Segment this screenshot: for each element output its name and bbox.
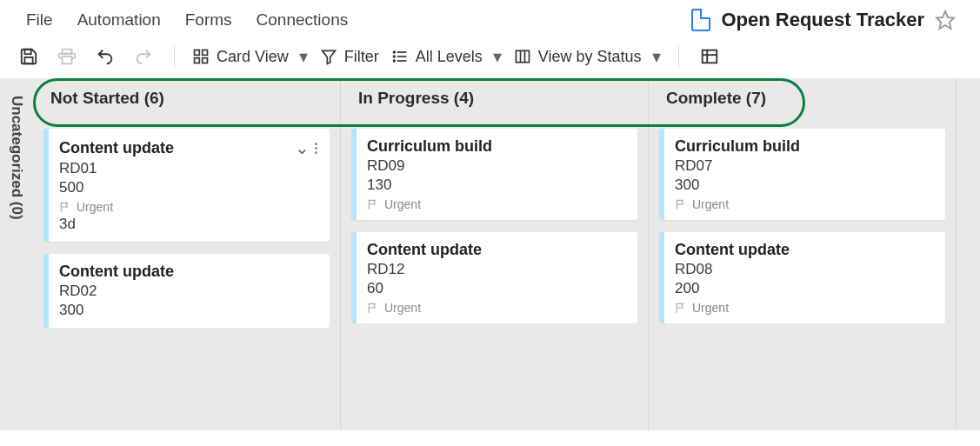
card-stripe bbox=[659, 232, 664, 323]
favorite-button[interactable] bbox=[935, 10, 956, 30]
flag-icon bbox=[367, 302, 379, 314]
expand-icon[interactable]: ⌄ bbox=[295, 137, 310, 158]
card-stripe bbox=[43, 129, 49, 242]
levels-selector[interactable]: All Levels ▾ bbox=[391, 46, 502, 67]
card-title: Content update bbox=[675, 241, 933, 259]
card-value: 200 bbox=[675, 280, 933, 297]
undo-button[interactable] bbox=[92, 43, 118, 70]
menu-automation[interactable]: Automation bbox=[77, 10, 161, 30]
card-list: Curriculum build RD09 130 Urgent Content… bbox=[341, 118, 648, 323]
svg-point-14 bbox=[393, 56, 395, 57]
main-menu: File Automation Forms Connections bbox=[26, 10, 348, 30]
menu-forms[interactable]: Forms bbox=[185, 10, 232, 30]
save-button[interactable] bbox=[16, 43, 42, 70]
card[interactable]: Content update ⌄ RD01 500 Urgent 3d bbox=[43, 129, 330, 242]
card-tag-label: Urgent bbox=[692, 301, 729, 315]
card-value: 300 bbox=[675, 176, 933, 194]
card[interactable]: Content update RD12 60 Urgent bbox=[351, 232, 637, 323]
viewby-label: View by Status bbox=[538, 48, 642, 66]
svg-marker-9 bbox=[322, 50, 335, 63]
levels-label: All Levels bbox=[416, 48, 483, 66]
board: Uncategorized (0) Not Started (6) Conten… bbox=[0, 78, 980, 430]
card-title: Content update bbox=[59, 139, 295, 157]
card-stripe bbox=[351, 232, 357, 323]
svg-rect-19 bbox=[702, 50, 717, 63]
card-tag-label: Urgent bbox=[692, 197, 729, 211]
columns-icon bbox=[514, 48, 531, 65]
card-stripe bbox=[43, 254, 49, 328]
svg-rect-4 bbox=[63, 57, 72, 63]
column-not-started: Not Started (6) Content update ⌄ RD01 50… bbox=[33, 78, 341, 430]
flag-icon bbox=[367, 198, 379, 210]
filter-label: Filter bbox=[344, 48, 379, 66]
viewby-selector[interactable]: View by Status ▾ bbox=[514, 46, 661, 67]
card-id: RD08 bbox=[675, 261, 933, 278]
card-title: Content update bbox=[367, 241, 625, 259]
column-header[interactable]: Not Started (6) bbox=[33, 78, 340, 118]
card-title: Curriculum build bbox=[675, 137, 933, 156]
card[interactable]: Curriculum build RD07 300 Urgent bbox=[659, 129, 945, 220]
filter-icon bbox=[320, 48, 337, 65]
view-selector-label: Card View bbox=[217, 48, 289, 66]
card-tag: Urgent bbox=[675, 301, 933, 315]
card-menu-button[interactable] bbox=[315, 143, 317, 154]
card-stripe bbox=[659, 129, 664, 220]
toolbar-separator bbox=[678, 45, 679, 68]
page-title: Open Request Tracker bbox=[721, 9, 924, 31]
view-selector[interactable]: Card View ▾ bbox=[192, 46, 308, 67]
card-extra: 3d bbox=[59, 216, 317, 233]
svg-rect-16 bbox=[516, 50, 529, 62]
sidebar-uncategorized-label: Uncategorized (0) bbox=[8, 96, 25, 220]
sidebar-uncategorized[interactable]: Uncategorized (0) bbox=[0, 78, 33, 430]
undo-icon bbox=[96, 47, 115, 66]
svg-rect-5 bbox=[195, 50, 200, 56]
card-id: RD07 bbox=[675, 157, 933, 175]
card-tag-label: Urgent bbox=[384, 197, 421, 211]
column-complete: Complete (7) Curriculum build RD07 300 U… bbox=[649, 78, 957, 430]
card-id: RD12 bbox=[367, 261, 625, 278]
card-stripe bbox=[351, 129, 357, 220]
svg-point-15 bbox=[393, 60, 395, 62]
card-tag: Urgent bbox=[367, 197, 625, 211]
chevron-down-icon: ▾ bbox=[493, 46, 502, 67]
toolbar: Card View ▾ Filter All Levels ▾ View by … bbox=[0, 38, 980, 78]
svg-rect-7 bbox=[195, 58, 200, 63]
toolbar-separator bbox=[174, 45, 175, 68]
column-header[interactable]: Complete (7) bbox=[649, 78, 956, 118]
flag-icon bbox=[675, 198, 687, 210]
list-icon bbox=[391, 48, 409, 65]
column-header[interactable]: In Progress (4) bbox=[341, 78, 648, 118]
page-title-group: Open Request Tracker bbox=[691, 9, 924, 31]
card-value: 300 bbox=[59, 302, 317, 319]
flag-icon bbox=[59, 201, 71, 213]
card-value: 130 bbox=[367, 176, 625, 194]
card-id: RD09 bbox=[367, 157, 625, 175]
chevron-down-icon: ▾ bbox=[299, 46, 308, 67]
menu-connections[interactable]: Connections bbox=[257, 10, 349, 30]
card-tag-label: Urgent bbox=[77, 200, 113, 214]
print-icon bbox=[57, 47, 77, 66]
card[interactable]: Curriculum build RD09 130 Urgent bbox=[351, 129, 637, 220]
svg-rect-2 bbox=[24, 57, 32, 63]
menu-file[interactable]: File bbox=[26, 10, 53, 30]
card[interactable]: Content update RD08 200 Urgent bbox=[659, 232, 945, 323]
svg-rect-6 bbox=[203, 50, 208, 56]
table-icon bbox=[700, 47, 719, 66]
save-icon bbox=[19, 47, 38, 66]
star-icon bbox=[935, 10, 956, 30]
card[interactable]: Content update RD02 300 bbox=[43, 254, 330, 328]
card-title: Curriculum build bbox=[367, 137, 625, 156]
sheet-icon bbox=[691, 9, 710, 31]
filter-button[interactable]: Filter bbox=[320, 48, 379, 66]
card-title: Content update bbox=[59, 263, 317, 281]
card-tag: Urgent bbox=[59, 200, 317, 214]
flag-icon bbox=[675, 302, 687, 314]
settings-button[interactable] bbox=[697, 43, 723, 70]
print-button bbox=[54, 43, 80, 70]
card-value: 500 bbox=[59, 179, 317, 196]
columns: Not Started (6) Content update ⌄ RD01 50… bbox=[33, 78, 980, 430]
svg-rect-8 bbox=[203, 58, 208, 63]
card-list: Curriculum build RD07 300 Urgent Content… bbox=[649, 118, 956, 323]
card-id: RD01 bbox=[59, 160, 317, 177]
card-tag: Urgent bbox=[675, 197, 933, 211]
